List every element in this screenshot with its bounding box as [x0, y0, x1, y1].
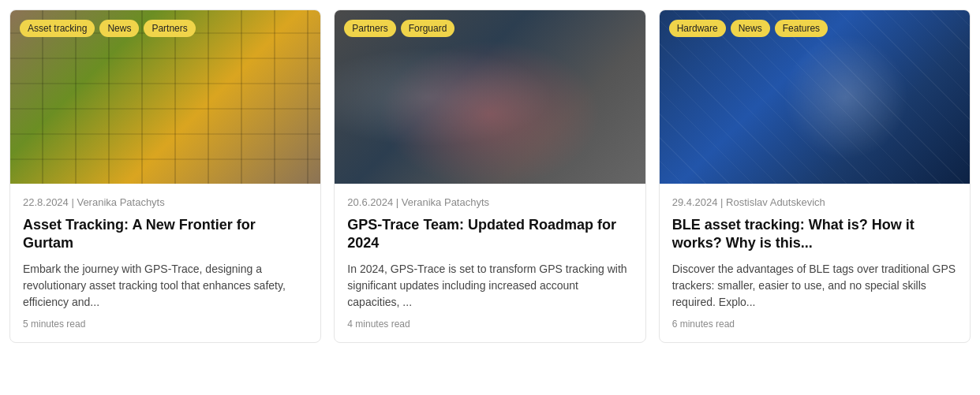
- card-tags-2: PartnersForguard: [344, 20, 454, 37]
- card-body-1: 22.8.2024 | Veranika PatachytsAsset Trac…: [10, 184, 320, 342]
- card-excerpt-2: In 2024, GPS-Trace is set to transform G…: [347, 261, 632, 311]
- card-meta-2: 20.6.2024 | Veranika Patachyts: [347, 196, 632, 208]
- card-title-2[interactable]: GPS-Trace Team: Updated Roadmap for 2024: [347, 216, 632, 253]
- card-read-time-3: 6 minutes read: [672, 319, 957, 330]
- article-card-3[interactable]: HardwareNewsFeatures29.4.2024 | Rostisla…: [659, 9, 971, 343]
- article-card-1[interactable]: Asset trackingNewsPartners22.8.2024 | Ve…: [9, 9, 321, 343]
- card-image-1: Asset trackingNewsPartners: [10, 10, 320, 184]
- card-image-3: HardwareNewsFeatures: [660, 10, 970, 184]
- tag-1-1[interactable]: Asset tracking: [20, 20, 95, 37]
- card-meta-1: 22.8.2024 | Veranika Patachyts: [23, 196, 308, 208]
- card-tags-3: HardwareNewsFeatures: [669, 20, 828, 37]
- tag-3-3[interactable]: Features: [775, 20, 828, 37]
- card-tags-1: Asset trackingNewsPartners: [20, 20, 196, 37]
- card-body-3: 29.4.2024 | Rostislav AdutskevichBLE ass…: [660, 184, 970, 342]
- card-read-time-2: 4 minutes read: [347, 319, 632, 330]
- tag-2-2[interactable]: Forguard: [401, 20, 455, 37]
- card-read-time-1: 5 minutes read: [23, 319, 308, 330]
- tag-2-1[interactable]: Partners: [344, 20, 395, 37]
- tag-3-1[interactable]: Hardware: [669, 20, 726, 37]
- card-meta-3: 29.4.2024 | Rostislav Adutskevich: [672, 196, 957, 208]
- card-excerpt-1: Embark the journey with GPS-Trace, desig…: [23, 261, 308, 311]
- card-title-1[interactable]: Asset Tracking: A New Frontier for Gurta…: [23, 216, 308, 253]
- card-image-2: PartnersForguard: [335, 10, 645, 184]
- card-excerpt-3: Discover the advantages of BLE tags over…: [672, 261, 957, 311]
- tag-1-2[interactable]: News: [99, 20, 139, 37]
- tag-1-3[interactable]: Partners: [144, 20, 195, 37]
- tag-3-2[interactable]: News: [731, 20, 770, 37]
- card-title-3[interactable]: BLE asset tracking: What is? How it work…: [672, 216, 957, 253]
- card-body-2: 20.6.2024 | Veranika PatachytsGPS-Trace …: [335, 184, 645, 342]
- article-card-2[interactable]: PartnersForguard20.6.2024 | Veranika Pat…: [334, 9, 645, 343]
- articles-grid: Asset trackingNewsPartners22.8.2024 | Ve…: [9, 9, 971, 343]
